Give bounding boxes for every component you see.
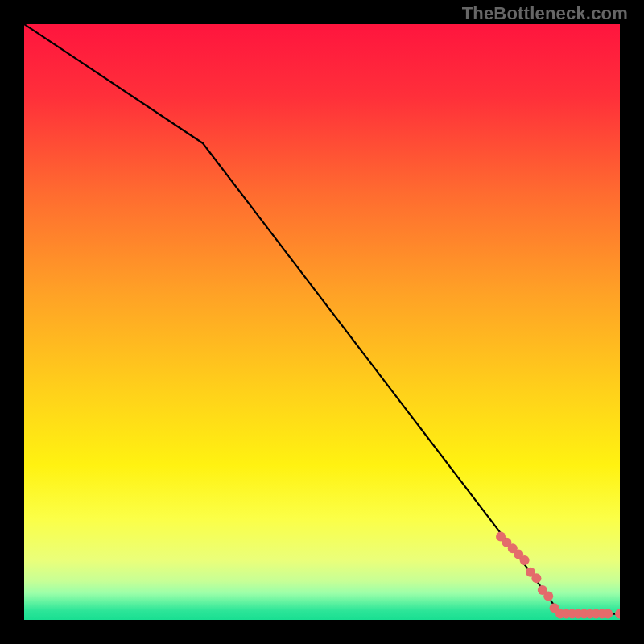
data-point	[531, 573, 541, 583]
data-point	[603, 609, 613, 619]
plot-svg	[24, 24, 620, 620]
gradient-background	[24, 24, 620, 620]
plot-area	[24, 24, 620, 620]
data-point	[520, 555, 530, 565]
chart-stage: TheBottleneck.com	[0, 0, 644, 644]
watermark-text: TheBottleneck.com	[462, 3, 628, 24]
data-point	[543, 591, 553, 601]
